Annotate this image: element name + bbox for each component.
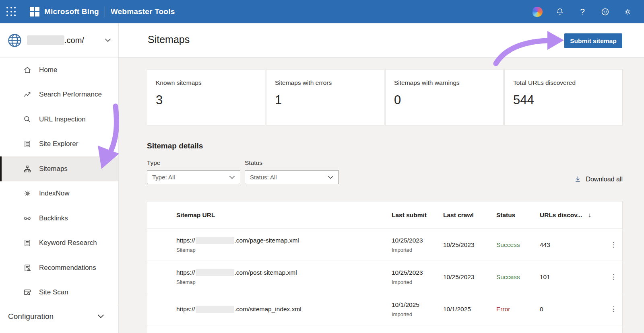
brand-title: Microsoft Bing (44, 7, 99, 16)
magnifier-icon (23, 115, 32, 124)
table-row: https://.com/page-sitemap.xml Sitemap 10… (147, 229, 622, 261)
table-header-row: Sitemap URL Last submit Last crawl Statu… (147, 201, 622, 229)
sitemap-details-heading: Sitemap details (147, 142, 203, 150)
trend-icon (23, 90, 32, 99)
chevron-down-icon (105, 38, 111, 42)
bing-webmaster-tools-page: Microsoft Bing Webmaster Tools ? (0, 0, 644, 333)
stat-sitemaps-with-warnings: Sitemaps with warnings 0 (385, 69, 504, 125)
hierarchy-icon (23, 164, 32, 173)
site-selector[interactable]: .com/ (0, 23, 118, 58)
row-menu-icon[interactable]: ⋮ (604, 273, 623, 281)
type-filter-label: Type (147, 159, 240, 166)
stats-cards: Known sitemaps 3 Sitemaps with errors 1 … (147, 69, 623, 125)
table-row: https://.com/sitemap_index.xml 10/1/2025… (147, 293, 622, 325)
table-row-partial (147, 325, 622, 333)
row-menu-icon[interactable]: ⋮ (604, 305, 623, 313)
stat-known-sitemaps: Known sitemaps 3 (147, 69, 265, 125)
sitemap-type: Sitemap (176, 247, 392, 253)
sidebar-item-keyword-research[interactable]: Keyword Research (0, 231, 118, 256)
row-menu-icon[interactable]: ⋮ (604, 240, 623, 249)
document-icon (23, 238, 32, 247)
sidebar-item-home[interactable]: Home (0, 58, 118, 82)
sidebar: .com/ Home Search Performance (0, 23, 119, 333)
stat-sitemaps-with-errors: Sitemaps with errors 1 (266, 69, 384, 125)
sidebar-item-url-inspection[interactable]: URL Inspection (0, 107, 118, 132)
sidebar-nav: Home Search Performance URL Inspection (0, 58, 118, 305)
copilot-icon[interactable] (532, 6, 543, 17)
waffle-icon[interactable] (6, 7, 16, 16)
sitemap-type: Sitemap (176, 279, 392, 285)
chevron-down-icon (97, 314, 104, 319)
redacted-domain (196, 306, 234, 313)
document-list-icon (23, 140, 32, 148)
status-filter-label: Status (245, 159, 339, 166)
bell-icon[interactable] (555, 6, 565, 17)
redacted-site-name (27, 35, 64, 45)
settings-icon[interactable] (622, 6, 633, 17)
submit-sitemap-button[interactable]: Submit sitemap (564, 33, 622, 48)
status-filter-select[interactable]: Status: All (245, 170, 339, 184)
sidebar-item-search-performance[interactable]: Search Performance (0, 82, 118, 107)
chevron-down-icon (328, 175, 334, 179)
sidebar-item-configuration[interactable]: Configuration (0, 305, 118, 327)
sort-descending-icon[interactable]: ↓ (588, 212, 591, 218)
sidebar-item-recommendations[interactable]: Recommendations (0, 255, 118, 280)
page-title: Sitemaps (148, 34, 190, 45)
col-last-crawl[interactable]: Last crawl (443, 212, 496, 219)
help-icon[interactable]: ? (577, 6, 588, 17)
globe-icon (7, 33, 22, 48)
link-icon (23, 214, 32, 223)
top-bar: Microsoft Bing Webmaster Tools ? (0, 0, 644, 23)
col-status[interactable]: Status (496, 212, 540, 219)
status-badge: Success (496, 241, 540, 249)
product-title: Webmaster Tools (111, 7, 175, 16)
col-sitemap-url[interactable]: Sitemap URL (176, 212, 392, 219)
main-content: Known sitemaps 3 Sitemaps with errors 1 … (119, 58, 644, 333)
brand-divider (105, 6, 105, 17)
redacted-domain (196, 237, 234, 244)
chevron-down-icon (229, 175, 235, 179)
home-icon (23, 66, 32, 74)
feedback-icon[interactable] (600, 6, 610, 17)
content-header: Sitemaps Submit sitemap (119, 23, 644, 58)
type-filter-select[interactable]: Type: All (147, 170, 240, 184)
download-icon (574, 175, 582, 183)
stat-total-urls-discovered: Total URLs discovered 544 (504, 69, 623, 125)
redacted-domain (196, 269, 234, 276)
sidebar-item-site-explorer[interactable]: Site Explorer (0, 132, 118, 157)
browser-scan-icon (23, 288, 32, 297)
sidebar-item-sitemaps[interactable]: Sitemaps (0, 156, 118, 181)
sidebar-item-indexnow[interactable]: IndexNow (0, 181, 118, 206)
status-badge: Success (496, 273, 540, 281)
table-row: https://.com/post-sitemap.xml Sitemap 10… (147, 261, 622, 293)
microsoft-logo-icon (30, 7, 39, 16)
download-all-button[interactable]: Download all (574, 175, 623, 183)
status-badge: Error (496, 306, 540, 313)
sitemaps-table: Sitemap URL Last submit Last crawl Statu… (147, 201, 623, 333)
col-urls-discovered[interactable]: URLs discov...↓ (540, 212, 604, 219)
sidebar-item-backlinks[interactable]: Backlinks (0, 206, 118, 231)
gear-bolt-icon (23, 189, 32, 198)
sidebar-item-site-scan[interactable]: Site Scan (0, 280, 118, 305)
col-last-submit[interactable]: Last submit (392, 212, 443, 219)
site-domain-suffix: .com/ (64, 36, 84, 45)
document-warning-icon (23, 263, 32, 272)
